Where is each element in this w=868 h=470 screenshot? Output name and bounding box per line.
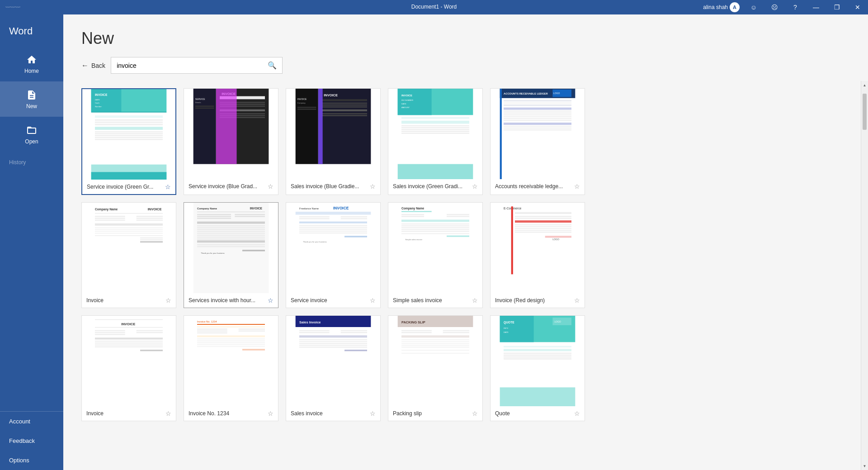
favorite-star-icon[interactable]: ☆ <box>370 183 376 190</box>
svg-text:INVOICE: INVOICE <box>297 98 307 100</box>
template-card[interactable]: Company Name INVOICE <box>81 202 176 308</box>
svg-rect-19 <box>91 172 167 180</box>
sidebar-item-home[interactable]: Home <box>0 46 63 81</box>
sidebar: Word Home New Open History <box>0 14 63 470</box>
template-thumbnail: Freelance Name INVOICE <box>286 203 380 293</box>
content-header: New ← Back 🔍 <box>63 14 868 81</box>
svg-rect-113 <box>197 218 231 219</box>
svg-rect-7 <box>91 112 167 113</box>
svg-rect-79 <box>504 114 571 116</box>
svg-rect-95 <box>137 216 163 217</box>
scroll-up-button[interactable]: ▲ <box>861 81 868 89</box>
template-card[interactable]: Freelance Name INVOICE <box>286 202 381 308</box>
template-label: Services invoice with hour... ☆ <box>184 293 278 308</box>
svg-rect-93 <box>95 218 125 219</box>
svg-rect-222 <box>398 316 473 406</box>
svg-rect-149 <box>401 214 424 215</box>
svg-rect-138 <box>299 222 367 223</box>
sidebar-item-open[interactable]: Open <box>0 117 63 152</box>
favorite-star-icon[interactable]: ☆ <box>574 183 580 190</box>
favorite-star-icon[interactable]: ☆ <box>472 297 478 304</box>
template-label: Invoice ☆ <box>82 406 176 421</box>
svg-rect-148 <box>401 211 432 212</box>
restore-button[interactable]: ❐ <box>826 0 847 14</box>
svg-rect-61 <box>401 121 469 124</box>
template-card[interactable]: INVOICE <box>81 315 176 421</box>
svg-rect-86 <box>504 129 571 131</box>
scroll-thumb[interactable] <box>863 94 867 130</box>
template-card[interactable]: E-Commerce Invoice 2000 <box>490 202 585 308</box>
favorite-star-icon[interactable]: ☆ <box>370 297 376 304</box>
search-row: ← Back 🔍 <box>81 57 850 74</box>
favorite-star-icon[interactable]: ☆ <box>268 410 274 417</box>
template-card[interactable]: Sales Invoice <box>286 315 381 421</box>
svg-rect-181 <box>95 330 125 332</box>
search-button[interactable]: 🔍 <box>262 57 282 73</box>
template-card[interactable]: QUOTE INFO DATE LOGO <box>490 315 585 421</box>
template-name: Accounts receivable ledge... <box>495 183 563 190</box>
template-card[interactable]: PACKING SLIP <box>388 315 483 421</box>
templates-scroll[interactable]: INVOICE DATE Cash Number <box>63 81 868 470</box>
svg-text:LOGO: LOGO <box>552 238 559 241</box>
titlebar-right: alina shah A ☺ ☹ ? — ❐ ✕ <box>703 0 868 14</box>
search-input[interactable] <box>111 58 262 73</box>
svg-text:Thank you for your business: Thank you for your business <box>201 252 224 254</box>
sad-button[interactable]: ☹ <box>764 0 785 14</box>
svg-rect-248 <box>504 355 571 356</box>
favorite-star-icon[interactable]: ☆ <box>268 297 274 304</box>
template-name: Simple sales invoice <box>393 297 442 304</box>
favorite-star-icon[interactable]: ☆ <box>472 183 478 190</box>
svg-rect-63 <box>401 127 469 128</box>
svg-rect-80 <box>504 116 571 118</box>
template-card[interactable]: INVOICE INVOICE Company <box>286 88 381 195</box>
back-label: Back <box>91 62 105 69</box>
svg-rect-66 <box>401 133 469 134</box>
template-card[interactable]: INVOICE DATE Cash Number <box>81 88 176 195</box>
svg-rect-40 <box>322 99 367 101</box>
close-button[interactable]: ✕ <box>847 0 868 14</box>
svg-rect-202 <box>197 338 265 340</box>
svg-text:INVOICE: INVOICE <box>324 93 338 97</box>
scrollbar[interactable]: ▲ ▼ <box>861 81 868 470</box>
help-button[interactable]: ? <box>785 0 806 14</box>
emoji-button[interactable]: ☺ <box>743 0 764 14</box>
favorite-star-icon[interactable]: ☆ <box>472 410 478 417</box>
svg-rect-153 <box>401 220 469 222</box>
sidebar-account[interactable]: Account <box>0 412 63 431</box>
favorite-star-icon[interactable]: ☆ <box>165 297 171 304</box>
template-label: Invoice ☆ <box>82 293 176 308</box>
favorite-star-icon[interactable]: ☆ <box>165 183 171 190</box>
back-button[interactable]: ← Back <box>81 62 105 70</box>
svg-rect-91 <box>95 213 163 214</box>
template-card[interactable]: INVOICE SERVICE Details <box>184 88 278 195</box>
svg-text:DATE: DATE <box>95 99 100 101</box>
template-card[interactable]: INVOICE INV NUMBER DATE AMOUNT <box>388 88 483 195</box>
svg-rect-60 <box>401 117 469 119</box>
favorite-star-icon[interactable]: ☆ <box>574 297 580 304</box>
open-icon <box>25 124 38 137</box>
svg-text:Details: Details <box>195 101 201 104</box>
favorite-star-icon[interactable]: ☆ <box>165 410 171 417</box>
svg-text:DATE: DATE <box>401 103 406 105</box>
favorite-star-icon[interactable]: ☆ <box>574 410 580 417</box>
svg-rect-105 <box>140 239 163 241</box>
favorite-star-icon[interactable]: ☆ <box>370 410 376 417</box>
favorite-star-icon[interactable]: ☆ <box>268 183 274 190</box>
template-card[interactable]: Company Name <box>388 202 483 308</box>
sidebar-item-new[interactable]: New <box>0 81 63 117</box>
sidebar-options[interactable]: Options <box>0 451 63 470</box>
back-arrow-icon: ← <box>81 62 89 70</box>
user-avatar[interactable]: A <box>730 2 740 12</box>
minimize-button[interactable]: — <box>806 0 826 14</box>
svg-rect-122 <box>197 235 265 236</box>
svg-rect-45 <box>322 113 367 114</box>
sidebar-feedback[interactable]: Feedback <box>0 431 63 451</box>
template-card[interactable]: Invoice No. 1234 <box>184 315 278 421</box>
svg-rect-169 <box>515 220 571 223</box>
scroll-down-button[interactable]: ▼ <box>861 462 868 470</box>
template-card[interactable]: Company Name INVOICE <box>184 202 278 308</box>
svg-rect-128 <box>242 250 265 251</box>
svg-rect-249 <box>504 356 571 358</box>
template-card[interactable]: ACCOUNTS RECEIVABLE LEDGER LOGO <box>490 88 585 195</box>
template-label: Service invoice (Blue Grad... ☆ <box>184 179 278 194</box>
